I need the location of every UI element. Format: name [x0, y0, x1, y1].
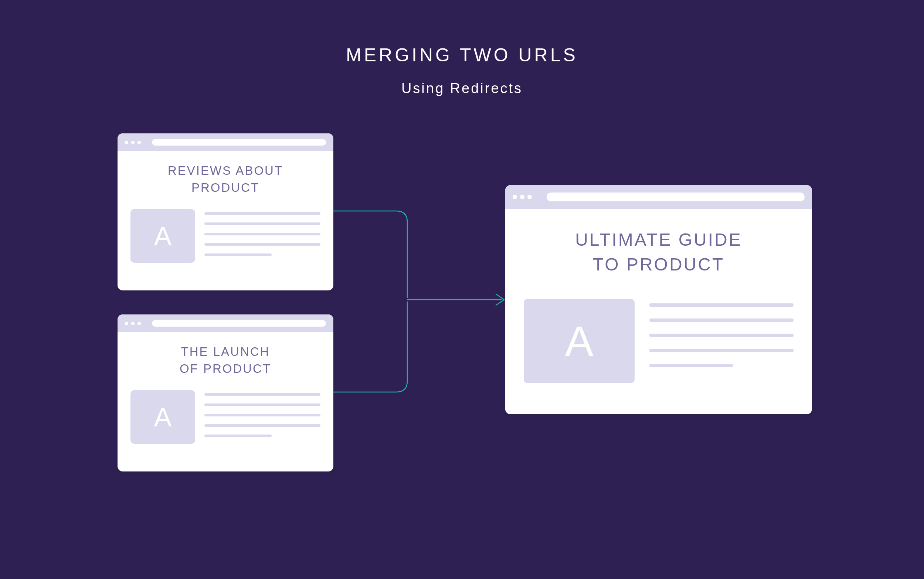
page-body: ULTIMATE GUIDE TO PRODUCT A: [505, 209, 812, 402]
text-line: [204, 212, 321, 215]
page-title: REVIEWS ABOUT PRODUCT: [131, 162, 321, 196]
window-controls-icon: [125, 322, 141, 325]
text-line: [204, 424, 321, 427]
text-lines: [649, 299, 793, 367]
page-content: A: [131, 390, 321, 444]
text-line: [204, 404, 321, 406]
diagram-header: MERGING TWO URLS Using Redirects: [0, 0, 924, 96]
text-line: [649, 303, 793, 307]
text-line: [649, 349, 793, 352]
source-page-reviews: REVIEWS ABOUT PRODUCT A: [118, 133, 334, 290]
text-line: [649, 319, 793, 322]
text-line: [649, 334, 793, 337]
text-line: [204, 414, 321, 416]
url-bar: [547, 193, 805, 201]
page-body: THE LAUNCH OF PRODUCT A: [118, 332, 334, 457]
page-body: REVIEWS ABOUT PRODUCT A: [118, 151, 334, 276]
diagram-area: REVIEWS ABOUT PRODUCT A: [0, 96, 924, 540]
text-line: [204, 435, 271, 437]
url-bar: [152, 139, 326, 146]
redirect-arrow-icon: [334, 211, 518, 425]
page-content: A: [524, 299, 793, 383]
image-placeholder-icon: A: [524, 299, 635, 383]
window-controls-icon: [513, 195, 532, 199]
image-placeholder-icon: A: [131, 209, 195, 263]
text-line: [204, 243, 321, 246]
page-content: A: [131, 209, 321, 263]
text-lines: [204, 390, 321, 437]
diagram-title: MERGING TWO URLS: [0, 44, 924, 66]
page-title: ULTIMATE GUIDE TO PRODUCT: [524, 227, 793, 277]
text-line: [204, 254, 271, 256]
image-placeholder-icon: A: [131, 390, 195, 444]
browser-topbar: [118, 314, 334, 332]
diagram-subtitle: Using Redirects: [0, 80, 924, 96]
url-bar: [152, 320, 326, 327]
target-page-ultimate: ULTIMATE GUIDE TO PRODUCT A: [505, 185, 812, 414]
text-line: [204, 233, 321, 236]
source-page-launch: THE LAUNCH OF PRODUCT A: [118, 314, 334, 471]
window-controls-icon: [125, 141, 141, 144]
browser-topbar: [118, 133, 334, 151]
text-line: [204, 393, 321, 396]
page-title: THE LAUNCH OF PRODUCT: [131, 343, 321, 377]
text-line: [649, 364, 733, 367]
text-lines: [204, 209, 321, 256]
browser-topbar: [505, 185, 812, 209]
text-line: [204, 222, 321, 225]
